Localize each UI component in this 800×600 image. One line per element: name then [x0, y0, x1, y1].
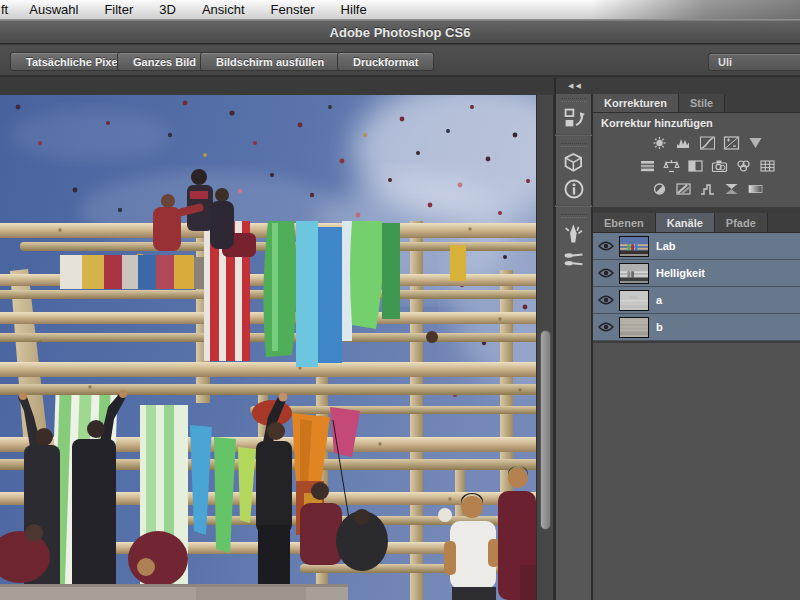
- channel-thumbnail-lab[interactable]: [619, 236, 649, 257]
- channel-thumbnail-b[interactable]: [619, 317, 649, 338]
- brush-presets-icon[interactable]: [561, 248, 587, 272]
- exposure-icon[interactable]: [723, 136, 740, 150]
- print-size-button[interactable]: Druckformat: [337, 52, 434, 71]
- tabbar-spacer: [725, 94, 800, 112]
- visibility-eye-icon[interactable]: [593, 241, 619, 251]
- menu-item-ansicht[interactable]: Ansicht: [189, 2, 258, 17]
- history-icon[interactable]: [561, 106, 587, 130]
- vibrance-icon[interactable]: [747, 136, 764, 150]
- dock-divider: [555, 205, 592, 207]
- channel-label: b: [656, 321, 663, 333]
- canvas-vertical-scrollbar[interactable]: [536, 95, 554, 600]
- channel-label: Lab: [656, 240, 676, 252]
- window-title: Adobe Photoshop CS6: [330, 25, 471, 40]
- menu-bar: ft Auswahl Filter 3D Ansicht Fenster Hil…: [0, 0, 800, 20]
- fit-on-screen-button[interactable]: Ganzes Bild: [117, 52, 212, 71]
- channels-tab-bar: Ebenen Kanäle Pfade: [593, 213, 800, 233]
- channel-mixer-icon[interactable]: [735, 159, 752, 173]
- curves-icon[interactable]: [699, 136, 716, 150]
- selective-color-icon[interactable]: [723, 182, 740, 196]
- adjustments-header: Korrektur hinzufügen: [601, 117, 792, 129]
- fill-screen-button[interactable]: Bildschirm ausfüllen: [200, 52, 340, 71]
- adjustments-panel: Korrektur hinzufügen: [593, 113, 800, 207]
- channel-row-a[interactable]: a: [593, 287, 800, 314]
- tabbar-spacer: [768, 213, 800, 232]
- visibility-eye-icon[interactable]: [593, 322, 619, 332]
- options-bar: Tatsächliche Pixel Ganzes Bild Bildschir…: [0, 45, 800, 77]
- visibility-eye-icon[interactable]: [593, 268, 619, 278]
- workspace-name: Uli: [718, 56, 732, 68]
- photoshop-window: ft Auswahl Filter 3D Ansicht Fenster Hil…: [0, 0, 800, 600]
- menu-item-hilfe[interactable]: Hilfe: [328, 2, 380, 17]
- channel-row-helligkeit[interactable]: Helligkeit: [593, 260, 800, 287]
- posterize-icon[interactable]: [675, 182, 692, 196]
- panel-grip[interactable]: [561, 143, 587, 147]
- hue-saturation-icon[interactable]: [639, 159, 656, 173]
- color-lookup-icon[interactable]: [759, 159, 776, 173]
- panel-grip[interactable]: [561, 98, 587, 102]
- tab-stile[interactable]: Stile: [679, 94, 725, 112]
- panels-column: Korrekturen Stile Korrektur hinzufügen: [593, 94, 800, 600]
- menu-item-auswahl[interactable]: Auswahl: [16, 2, 91, 17]
- panel-dock-region: ◀◀: [554, 78, 800, 600]
- workspace-switcher-button[interactable]: Uli: [708, 53, 800, 71]
- photo-filter-icon[interactable]: [711, 159, 728, 173]
- tab-kanaele[interactable]: Kanäle: [656, 213, 715, 232]
- 3d-panel-icon[interactable]: [561, 151, 587, 175]
- menu-item-3d[interactable]: 3D: [146, 2, 189, 17]
- collapsed-panel-dock: [556, 94, 593, 600]
- threshold-icon[interactable]: [699, 182, 716, 196]
- tab-ebenen[interactable]: Ebenen: [593, 213, 656, 232]
- black-white-icon[interactable]: [687, 159, 704, 173]
- scrollbar-thumb[interactable]: [540, 330, 551, 530]
- channel-thumbnail-helligkeit[interactable]: [619, 263, 649, 284]
- invert-icon[interactable]: [651, 182, 668, 196]
- title-bar: Adobe Photoshop CS6: [0, 20, 800, 44]
- channel-row-b[interactable]: b: [593, 314, 800, 341]
- adjustments-tab-bar: Korrekturen Stile: [593, 94, 800, 113]
- channel-label: a: [656, 294, 662, 306]
- menubar-shade: [590, 0, 800, 19]
- photo-canvas[interactable]: [0, 95, 536, 600]
- collapse-panels-button[interactable]: ◀◀: [556, 78, 800, 94]
- menu-item-filter[interactable]: Filter: [91, 2, 146, 17]
- channel-row-lab[interactable]: Lab: [593, 233, 800, 260]
- collapse-arrows-icon: ◀◀: [568, 82, 583, 90]
- gradient-map-icon[interactable]: [747, 182, 764, 196]
- tab-pfade[interactable]: Pfade: [715, 213, 768, 232]
- menu-item-fenster[interactable]: Fenster: [258, 2, 328, 17]
- panel-empty-area: [593, 343, 800, 600]
- channel-label: Helligkeit: [656, 267, 705, 279]
- brush-panel-icon[interactable]: [561, 222, 587, 246]
- visibility-eye-icon[interactable]: [593, 295, 619, 305]
- dock-divider: [555, 134, 592, 136]
- tab-korrekturen[interactable]: Korrekturen: [593, 94, 679, 112]
- menu-item-schrift-partial[interactable]: ft: [0, 2, 16, 17]
- channel-thumbnail-a[interactable]: [619, 290, 649, 311]
- brightness-contrast-icon[interactable]: [651, 136, 668, 150]
- color-balance-icon[interactable]: [663, 159, 680, 173]
- info-icon[interactable]: [561, 177, 587, 201]
- levels-icon[interactable]: [675, 136, 692, 150]
- panel-grip[interactable]: [561, 214, 587, 218]
- channels-panel: Lab Helligkeit: [593, 233, 800, 343]
